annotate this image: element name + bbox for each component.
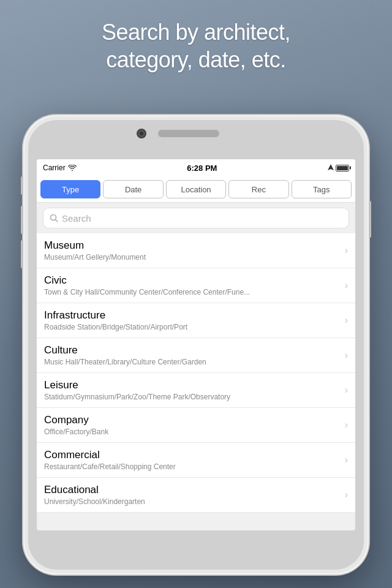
wifi-icon	[68, 165, 77, 171]
list-item-title: Company	[44, 414, 345, 426]
mute-button	[21, 176, 23, 195]
list-item-title: Educational	[44, 484, 345, 496]
header-text: Search by architect, category, date, etc…	[0, 18, 392, 74]
list-item[interactable]: Civic Town & City Hall/Community Center/…	[37, 268, 355, 303]
battery-icon	[336, 165, 349, 172]
list-item-content-museum: Museum Museum/Art Gellery/Monument	[44, 239, 345, 262]
list-item-content-culture: Culture Music Hall/Theater/Library/Cultu…	[44, 344, 345, 366]
search-placeholder: Search	[62, 213, 91, 224]
earpiece	[158, 130, 219, 137]
list-item-subtitle: Statidum/Gymnasium/Park/Zoo/Theme Park/O…	[44, 393, 345, 401]
list-item[interactable]: Educational University/School/Kindergart…	[37, 478, 355, 513]
header-line2: category, date, etc.	[106, 47, 286, 72]
svg-marker-0	[328, 164, 334, 170]
list-item[interactable]: Leisure Statidum/Gymnasium/Park/Zoo/Them…	[37, 373, 355, 408]
list-item-subtitle: Museum/Art Gellery/Monument	[44, 253, 345, 262]
tab-bar: Type Date Location Rec Tags	[37, 176, 355, 203]
list-item[interactable]: Infrastructure Roadside Station/Bridge/S…	[37, 303, 355, 338]
battery-fill	[337, 166, 348, 170]
list-item-subtitle: Restaurant/Cafe/Retail/Shopping Center	[44, 462, 345, 471]
volume-up-button	[21, 206, 23, 234]
list-item-content-educational: Educational University/School/Kindergart…	[44, 484, 345, 506]
list-item[interactable]: Museum Museum/Art Gellery/Monument ›	[37, 233, 355, 268]
tab-tags[interactable]: Tags	[292, 180, 352, 198]
search-bar[interactable]: Search	[43, 208, 349, 228]
list-item-title: Civic	[44, 274, 345, 287]
list-item[interactable]: Commercial Restaurant/Cafe/Retail/Shoppi…	[37, 443, 355, 478]
chevron-icon: ›	[345, 315, 348, 326]
list-item-title: Leisure	[44, 379, 345, 391]
list-item[interactable]: Company Office/Factory/Bank ›	[37, 408, 355, 443]
location-icon	[328, 164, 334, 172]
list-item-content-civic: Civic Town & City Hall/Community Center/…	[44, 274, 345, 296]
status-bar: Carrier 6:28 PM	[37, 159, 355, 176]
list-item-title: Museum	[44, 239, 345, 252]
status-right	[328, 164, 349, 172]
tab-rec[interactable]: Rec	[228, 180, 288, 198]
carrier-area: Carrier	[43, 164, 77, 172]
screen: Carrier 6:28 PM	[37, 159, 355, 530]
list-item-title: Infrastructure	[44, 309, 345, 322]
list-item-content-commercial: Commercial Restaurant/Cafe/Retail/Shoppi…	[44, 449, 345, 471]
search-icon	[50, 214, 58, 222]
list-item-content-company: Company Office/Factory/Bank	[44, 414, 345, 436]
list-item-subtitle: Roadside Station/Bridge/Station/Airport/…	[44, 323, 345, 331]
list-item-title: Culture	[44, 344, 345, 356]
chevron-icon: ›	[345, 420, 348, 431]
phone-frame: Carrier 6:28 PM	[23, 115, 369, 575]
list-item[interactable]: Culture Music Hall/Theater/Library/Cultu…	[37, 338, 355, 373]
volume-down-button	[21, 240, 23, 268]
tab-type[interactable]: Type	[40, 180, 100, 198]
list-item-content-infrastructure: Infrastructure Roadside Station/Bridge/S…	[44, 309, 345, 331]
category-list: Museum Museum/Art Gellery/Monument › Civ…	[37, 233, 355, 513]
svg-line-2	[56, 220, 58, 222]
carrier-label: Carrier	[43, 164, 66, 172]
chevron-icon: ›	[345, 489, 348, 500]
status-time: 6:28 PM	[187, 164, 217, 173]
tab-location[interactable]: Location	[166, 180, 226, 198]
list-item-subtitle: University/School/Kindergarten	[44, 497, 345, 506]
chevron-icon: ›	[345, 385, 348, 396]
list-item-subtitle: Music Hall/Theater/Library/Culture Cente…	[44, 358, 345, 366]
list-item-subtitle: Town & City Hall/Community Center/Confer…	[44, 288, 345, 296]
tab-date[interactable]: Date	[103, 180, 163, 198]
chevron-icon: ›	[345, 280, 348, 291]
chevron-icon: ›	[345, 245, 348, 256]
list-item-content-leisure: Leisure Statidum/Gymnasium/Park/Zoo/Them…	[44, 379, 345, 401]
power-button	[369, 201, 371, 238]
camera	[137, 129, 146, 138]
header-line1: Search by architect,	[102, 20, 290, 45]
list-item-subtitle: Office/Factory/Bank	[44, 428, 345, 436]
chevron-icon: ›	[345, 454, 348, 466]
list-item-title: Commercial	[44, 449, 345, 461]
chevron-icon: ›	[345, 350, 348, 361]
